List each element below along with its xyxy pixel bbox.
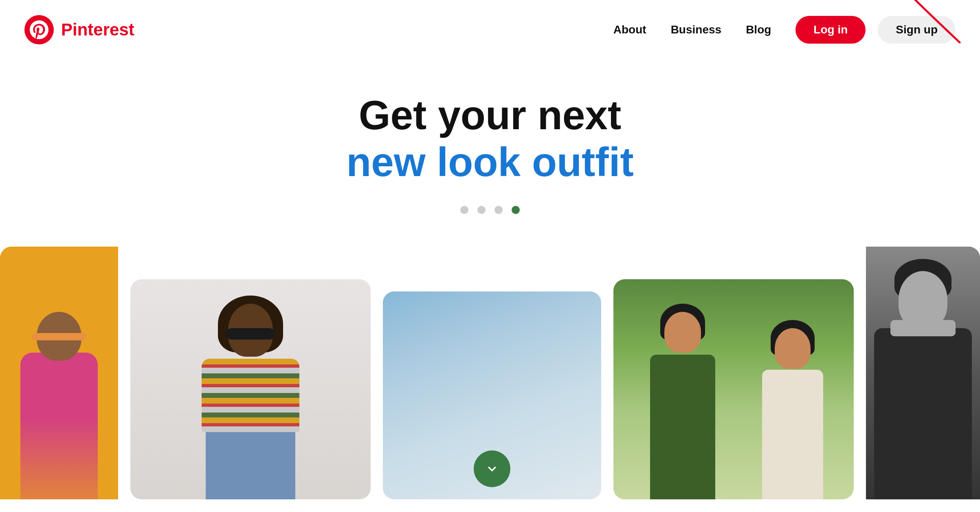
- login-button[interactable]: Log in: [795, 16, 866, 44]
- figure-2: [756, 320, 829, 499]
- nav-about[interactable]: About: [613, 23, 646, 36]
- image-cards-section: [0, 247, 980, 499]
- carousel-dot-2[interactable]: [477, 206, 486, 214]
- nav-blog[interactable]: Blog: [746, 23, 771, 36]
- card-fashion-woman-stripes[interactable]: [130, 279, 371, 499]
- bw-head-shape: [899, 271, 947, 328]
- nav-business[interactable]: Business: [671, 23, 722, 36]
- body-shape: [20, 353, 98, 499]
- head-shape-2: [775, 328, 811, 369]
- card-center-blue[interactable]: [383, 291, 601, 499]
- header: Pinterest About Business Blog Log in Sig…: [0, 0, 980, 59]
- logo-text: Pinterest: [61, 20, 134, 40]
- auth-buttons: Log in Sign up: [795, 16, 956, 44]
- carousel-dot-3[interactable]: [494, 206, 503, 214]
- glasses-shape: [32, 333, 86, 340]
- card-fashion-man-glasses[interactable]: [0, 247, 118, 499]
- hero-section: Get your next new look outfit: [0, 59, 980, 238]
- signup-wrapper: Sign up: [878, 16, 956, 44]
- scroll-down-button[interactable]: [474, 450, 510, 487]
- carousel-dots: [0, 206, 980, 214]
- shirt-shape: [202, 359, 299, 432]
- logo[interactable]: Pinterest: [24, 15, 134, 44]
- body-shape-2: [762, 370, 823, 499]
- card-asian-fashion-women[interactable]: [613, 279, 854, 499]
- bw-hands-shape: [890, 320, 956, 336]
- figure-1: [646, 304, 719, 499]
- main-nav: About Business Blog Log in Sign up: [613, 16, 956, 44]
- jeans-shape: [206, 426, 295, 499]
- card-bw-man[interactable]: [866, 247, 980, 499]
- carousel-dot-1[interactable]: [460, 206, 468, 214]
- head-shape-1: [664, 312, 701, 353]
- bw-body-shape: [874, 328, 972, 499]
- carousel-dot-4[interactable]: [512, 206, 520, 214]
- hero-title-line2: new look outfit: [0, 139, 980, 185]
- signup-button[interactable]: Sign up: [878, 16, 956, 44]
- body-shape-1: [650, 355, 715, 499]
- chevron-down-icon: [484, 461, 500, 477]
- p-icon: [30, 20, 48, 39]
- hero-title-line1: Get your next: [0, 92, 980, 139]
- sunglasses-shape: [226, 328, 275, 340]
- person-illustration-1: [12, 287, 106, 499]
- woman-figure: [181, 296, 320, 499]
- pinterest-logo-icon: [24, 15, 54, 44]
